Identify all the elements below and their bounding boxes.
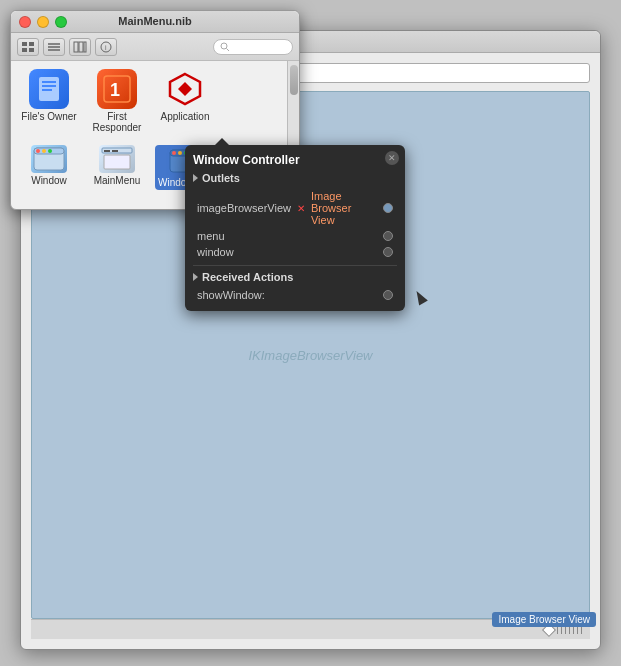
svg-rect-3 [29,48,34,52]
info-button[interactable]: i [95,38,117,56]
svg-rect-1 [29,42,34,46]
mainmenu-icon [99,145,135,173]
search-input[interactable] [213,39,293,55]
first-responder-graphic: 1 [97,69,137,109]
nib-icons-row1: File's Owner 1 First Responder [11,61,299,141]
outlet-disconnect-x[interactable]: ✕ [297,203,305,214]
svg-rect-15 [42,81,56,83]
nib-minimize-button[interactable] [37,16,49,28]
popup-close-button[interactable]: ✕ [385,151,399,165]
col-view-button[interactable] [69,38,91,56]
scroll-thumb[interactable] [290,65,298,95]
outlet-name-imagebrowserview: imageBrowserView [197,202,291,214]
nib-icon-application[interactable]: Application [155,69,215,133]
window-label: Window [31,175,67,186]
svg-rect-8 [79,42,83,52]
nib-close-button[interactable] [19,16,31,28]
svg-point-24 [48,149,52,153]
received-actions-triangle-icon [193,273,198,281]
svg-rect-27 [112,150,118,152]
action-circle-showwindow[interactable] [383,290,393,300]
received-actions-header: Received Actions [193,271,397,283]
svg-point-12 [221,43,227,49]
nib-icon-mainmenu[interactable]: MainMenu [87,145,147,190]
application-graphic [165,69,205,109]
svg-line-13 [227,48,230,51]
list-view-button[interactable] [43,38,65,56]
svg-point-22 [36,149,40,153]
outlets-triangle-icon [193,174,198,182]
outlet-circle-window[interactable] [383,247,393,257]
outlet-circle-menu[interactable] [383,231,393,241]
svg-rect-26 [104,150,110,152]
nib-window-title: MainMenu.nib [118,15,191,27]
mainmenu-label: MainMenu [94,175,141,186]
svg-rect-16 [42,85,56,87]
files-owner-label: File's Owner [21,111,76,122]
svg-rect-7 [74,42,78,52]
received-actions-label: Received Actions [202,271,293,283]
outlet-name-menu: menu [197,230,377,242]
first-responder-label: First Responder [87,111,147,133]
outlet-circle-imagebrowserview[interactable] [383,203,393,213]
canvas-watermark: IKImageBrowserView [248,348,372,363]
files-owner-icon [29,69,69,109]
svg-rect-17 [42,89,52,91]
outlets-label: Outlets [202,172,240,184]
grid-view-button[interactable] [17,38,39,56]
svg-rect-28 [104,155,130,169]
outlet-row-imagebrowserview[interactable]: imageBrowserView ✕ Image Browser View [193,188,397,228]
svg-rect-0 [22,42,27,46]
svg-point-31 [172,151,176,155]
nib-toolbar: i [11,33,299,61]
popup-title: Window Controller [193,153,397,167]
outlet-row-menu[interactable]: menu [193,228,397,244]
popup-panel: ✕ Window Controller Outlets imageBrowser… [185,145,405,311]
first-responder-icon: 1 [97,69,137,109]
svg-point-32 [178,151,182,155]
nib-icon-files-owner[interactable]: File's Owner [19,69,79,133]
outlet-name-window: window [197,246,377,258]
nib-icon-first-responder[interactable]: 1 First Responder [87,69,147,133]
application-icon [165,69,205,109]
action-name-showwindow: showWindow: [197,289,377,301]
svg-text:i: i [105,44,107,51]
application-label: Application [161,111,210,122]
outlet-row-window[interactable]: window [193,244,397,260]
outlets-header: Outlets [193,172,397,184]
svg-point-23 [42,149,46,153]
svg-text:1: 1 [110,80,120,100]
outlet-value-imagebrowserview: Image Browser View [311,190,377,226]
nib-titlebar: MainMenu.nib [11,11,299,33]
nib-icon-window[interactable]: Window [19,145,79,190]
popup-divider [193,265,397,266]
action-row-showwindow[interactable]: showWindow: [193,287,397,303]
files-owner-graphic [29,69,69,109]
nib-maximize-button[interactable] [55,16,67,28]
window-icon [31,145,67,173]
svg-rect-9 [84,42,86,52]
svg-rect-2 [22,48,27,52]
image-browser-badge: Image Browser View [492,612,596,627]
